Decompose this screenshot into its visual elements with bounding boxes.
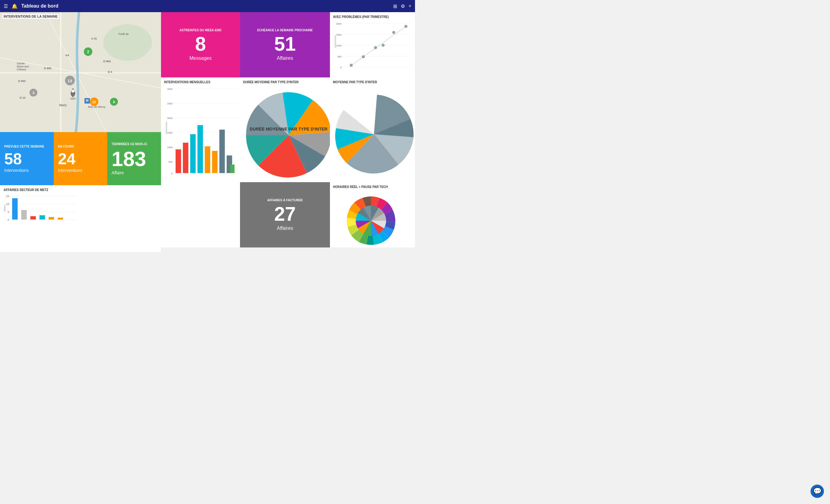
echeance-number: 51 [274, 34, 296, 54]
svg-text:D 603: D 603 [44, 67, 51, 70]
svg-rect-44 [30, 216, 36, 220]
interventions-mensuelles-panel: INTERVENTIONS MENSUELLES 3000 2500 2000 … [161, 77, 240, 182]
moyenne-par-type-title: MOYENNE PAR TYPE D'INTER [333, 80, 412, 84]
stat-terminees[interactable]: TERMINÉES CE MOIS-CI 183 Affaire [107, 132, 161, 185]
svg-text:13: 13 [68, 79, 72, 83]
gear-icon[interactable]: ⚙ [401, 3, 405, 9]
svg-text:Sainte-: Sainte- [17, 62, 26, 65]
echeance-sub: Affaires [277, 56, 293, 61]
empty-bottom-left [161, 182, 240, 247]
svg-text:500: 500 [338, 55, 342, 58]
astreintes-sub: Messages [190, 56, 212, 61]
echeance-title: ECHÉANCE LA SEMAINE PROCHAINE [257, 29, 313, 32]
svg-text:Chênes: Chênes [17, 68, 26, 71]
svg-point-61 [374, 46, 377, 49]
duree-moyenne-title: DURÉE MOYENNE PAR TYPE D'INTER [243, 80, 327, 84]
echeance-panel[interactable]: ECHÉANCE LA SEMAINE PROCHAINE 51 Affaire… [240, 12, 330, 77]
svg-point-62 [382, 44, 385, 47]
svg-text:Affaire: Affaire [4, 204, 6, 212]
astreintes-number: 8 [195, 34, 206, 54]
svg-rect-46 [49, 217, 54, 220]
grid-icon[interactable]: ⊞ [393, 3, 397, 9]
svg-text:0: 0 [171, 172, 173, 175]
horaires-panel: HORAIRES RÉEL + PAUSE PAR TECH [330, 182, 415, 247]
terminees-number: 183 [111, 148, 157, 169]
svg-text:1500: 1500 [336, 33, 342, 36]
prevues-sub: Interventions [4, 168, 50, 173]
avec-problemes-panel: AVEC PROBLÈMES (PAR TRIMESTRE) 2000 1500… [330, 12, 415, 77]
svg-rect-85 [205, 146, 210, 173]
svg-rect-43 [21, 210, 27, 220]
prevues-number: 58 [4, 151, 50, 167]
svg-rect-84 [197, 125, 203, 173]
svg-text:5: 5 [8, 210, 9, 213]
affaires-secteur: AFFAIRES SECTEUR DE METZ 15 10 5 0 Affai… [0, 185, 161, 252]
affaires-facturer-sub: Affaires [277, 226, 293, 231]
page-title: Tableau de bord [21, 3, 389, 9]
svg-point-26 [71, 90, 74, 93]
header: ☰ 🔔 Tableau de bord ⊞ ⚙ + [0, 0, 415, 12]
stats-row: PRÉVUES CETTE SEMAINE 58 Interventions E… [0, 132, 161, 185]
svg-text:Bois de Mercy: Bois de Mercy [88, 105, 106, 108]
svg-text:3000: 3000 [167, 88, 172, 91]
svg-text:0: 0 [8, 218, 9, 221]
duree-moyenne-panel: DURÉE MOYENNE PAR TYPE D'INTER [240, 77, 330, 182]
svg-text:1000: 1000 [336, 44, 342, 47]
map-title: INTERVENTIONS DE LA SEMAINE [2, 14, 59, 19]
stat-prevues[interactable]: PRÉVUES CETTE SEMAINE 58 Interventions [0, 132, 54, 185]
horaires-title: HORAIRES RÉEL + PAUSE PAR TECH [333, 185, 412, 189]
astreintes-panel[interactable]: ASTREINTES DU WEEK-END 8 Messages [161, 12, 240, 77]
svg-text:1500: 1500 [167, 131, 172, 134]
svg-text:500: 500 [169, 161, 173, 163]
svg-text:Forêt de: Forêt de [119, 32, 129, 36]
menu-icon[interactable]: ☰ [4, 3, 8, 9]
svg-text:2000: 2000 [336, 23, 342, 25]
stat-encours[interactable]: EN COURS 24 Interventions [54, 132, 107, 185]
svg-rect-83 [190, 134, 196, 173]
svg-text:D 954: D 954 [103, 60, 110, 63]
svg-point-63 [392, 31, 395, 34]
svg-text:21: 21 [92, 100, 96, 104]
svg-text:2000: 2000 [167, 117, 172, 120]
affaires-facturer-panel[interactable]: AFFAIRES À FACTURER 27 Affaires [240, 182, 330, 247]
encours-sub: Interventions [58, 168, 103, 173]
encours-label: EN COURS [58, 145, 103, 148]
svg-rect-45 [39, 215, 45, 220]
svg-text:2500: 2500 [167, 102, 172, 105]
svg-text:A 31: A 31 [91, 37, 97, 40]
prevues-label: PRÉVUES CETTE SEMAINE [4, 145, 50, 148]
affaires-facturer-number: 27 [274, 204, 296, 224]
svg-rect-82 [183, 143, 188, 173]
svg-text:D 3: D 3 [108, 70, 112, 73]
moyenne-par-type-panel: MOYENNE PAR TYPE D'INTER [330, 77, 415, 182]
svg-text:A4: A4 [65, 54, 69, 57]
svg-rect-87 [219, 130, 225, 173]
bell-icon[interactable]: 🔔 [11, 3, 18, 9]
svg-text:D 12: D 12 [20, 96, 26, 99]
plus-icon[interactable]: + [409, 3, 411, 9]
svg-text:2: 2 [87, 50, 89, 54]
svg-text:0: 0 [340, 66, 342, 69]
map-area: INTERVENTIONS DE LA SEMAINE Forêt de A 3… [0, 12, 161, 132]
svg-rect-86 [212, 151, 218, 173]
affaires-facturer-title: AFFAIRES À FACTURER [267, 199, 303, 202]
svg-line-65 [350, 25, 407, 66]
terminees-label: TERMINÉES CE MOIS-CI [111, 142, 157, 146]
interventions-mensuelles-title: INTERVENTIONS MENSUELLES [164, 80, 237, 84]
svg-text:10: 10 [6, 203, 9, 206]
affaires-secteur-title: AFFAIRES SECTEUR DE METZ [4, 188, 157, 192]
svg-rect-42 [12, 198, 18, 220]
terminees-sub: Affaire [111, 170, 157, 175]
svg-text:1000: 1000 [167, 146, 172, 149]
svg-text:Intervention: Intervention [165, 122, 168, 134]
svg-text:Marie-aux-: Marie-aux- [17, 65, 30, 68]
svg-point-1 [103, 24, 152, 61]
svg-text:3: 3 [33, 91, 34, 95]
astreintes-title: ASTREINTES DU WEEK-END [180, 29, 221, 32]
svg-point-25 [70, 97, 76, 100]
svg-point-64 [404, 25, 407, 28]
svg-text:15: 15 [6, 195, 9, 198]
svg-text:DURÉE MOYENNE PAR TYPE D'INTER: DURÉE MOYENNE PAR TYPE D'INTER [250, 127, 327, 131]
avec-problemes-title: AVEC PROBLÈMES (PAR TRIMESTRE) [333, 15, 412, 19]
svg-text:D 903: D 903 [18, 79, 26, 82]
